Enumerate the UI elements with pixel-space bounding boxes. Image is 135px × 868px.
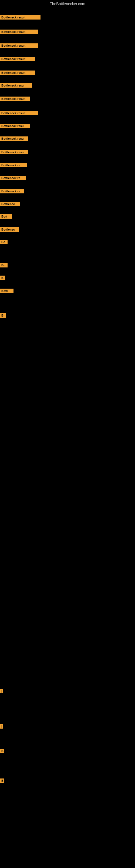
site-title: TheBottlenecker.com (0, 0, 135, 8)
bottleneck-badge-10: Bottleneck resu (0, 136, 28, 141)
bottleneck-badge-7: Bottleneck result (0, 97, 30, 101)
bottleneck-badge-18: Bo (0, 240, 8, 244)
bottleneck-badge-2701: | (0, 724, 3, 728)
bottleneck-badge-13: Bottleneck re (0, 176, 26, 180)
bottleneck-badge-19: Bo (0, 263, 8, 268)
bottleneck-badge-2801: B (0, 749, 4, 753)
bottleneck-badge-1: Bottleneck result (0, 15, 41, 20)
bottleneck-badge-4: Bottleneck result (0, 57, 35, 61)
bottleneck-badge-20: B (0, 276, 5, 280)
bottleneck-badge-16: Bott (0, 214, 12, 219)
bottleneck-badge-2901: B (0, 778, 4, 783)
bottleneck-badge-3: Bottleneck result (0, 43, 38, 48)
bottleneck-badge-17: Bottlenec (0, 227, 19, 231)
bottleneck-badge-8: Bottleneck result (0, 111, 38, 115)
bottleneck-badge-21: Bottl (0, 289, 13, 293)
bottleneck-badge-12: Bottleneck re (0, 163, 27, 167)
bottleneck-badge-15: Bottlenec (0, 202, 20, 206)
bottleneck-badge-6: Bottleneck resu (0, 83, 32, 88)
bottleneck-badge-2601: | (0, 689, 3, 693)
bottleneck-badge-5: Bottleneck result (0, 70, 35, 75)
bottleneck-badge-22: B (0, 313, 6, 318)
bottleneck-badge-14: Bottleneck re (0, 189, 24, 193)
bottleneck-badge-2: Bottleneck result (0, 30, 38, 34)
bottleneck-badge-9: Bottleneck resu (0, 124, 30, 128)
bottleneck-badge-11: Bottleneck resu (0, 150, 28, 154)
